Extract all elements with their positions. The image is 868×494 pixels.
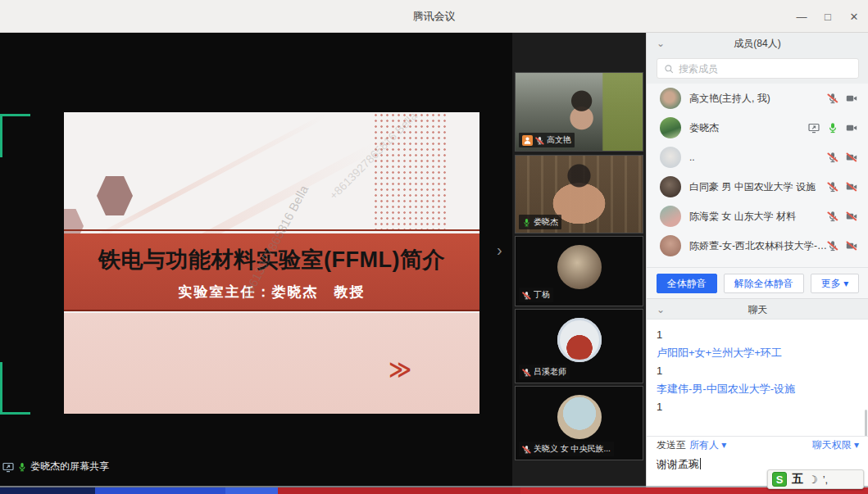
maximize-button[interactable]: □ (822, 11, 834, 23)
ime-mode-toggle[interactable]: 五 (792, 472, 803, 487)
chat-footer: 发送至 所有人 ▾ 聊天权限 ▾ (647, 436, 868, 454)
chat-header: ⌄ 聊天 (647, 298, 868, 320)
video-thumbnail-2[interactable]: 娄晓杰 (515, 155, 643, 233)
more-button[interactable]: 更多 ▾ (811, 274, 859, 293)
video-label: 吕溪老师 (519, 365, 570, 379)
participant-name: 关晓义 女 中央民族... (534, 443, 611, 455)
member-list: 高文艳(主持人, 我) 娄晓杰 .. (647, 84, 868, 267)
avatar (660, 88, 681, 109)
mic-live-icon[interactable] (827, 122, 838, 134)
member-name: 陈海棠 女 山东大学 材料 (689, 210, 827, 224)
taskbar-sliver[interactable] (0, 487, 868, 494)
member-icons (827, 152, 857, 163)
app-title: 腾讯会议 (0, 0, 868, 33)
members-header: ⌄ 成员(84人) (647, 33, 868, 54)
avatar (660, 147, 681, 168)
camera-off-icon[interactable] (846, 240, 857, 252)
mic-muted-icon[interactable] (827, 93, 838, 104)
member-icons (827, 211, 857, 222)
avatar (660, 235, 681, 256)
slide-hexagon-decoration (97, 176, 133, 215)
slide-subtitle: 实验室主任：娄晓杰 教授 (64, 283, 479, 301)
avatar (557, 395, 602, 439)
avatar (660, 176, 681, 197)
share-status-text: 娄晓杰的屏幕共享 (30, 460, 109, 474)
member-name: 白同豪 男 中国农业大学 设施 (689, 180, 827, 194)
member-row[interactable]: 陈娇萱-女-西北农林科技大学-动医 (647, 231, 868, 261)
screen-share-icon (808, 122, 820, 134)
member-action-buttons: 全体静音 解除全体静音 更多 ▾ (647, 267, 868, 298)
avatar (660, 206, 681, 227)
member-row[interactable]: 娄晓杰 (647, 113, 868, 143)
slide-bottom-band (64, 313, 479, 414)
chat-permission-dropdown[interactable]: 聊天权限 ▾ (812, 438, 859, 452)
member-name: .. (689, 152, 827, 163)
video-thumbnail-4[interactable]: 吕溪老师 (515, 309, 643, 383)
video-thumbnail-5[interactable]: 关晓义 女 中央民族... (515, 386, 643, 460)
mic-live-icon (17, 462, 27, 472)
member-search-box[interactable] (657, 58, 859, 79)
chat-header-title: 聊天 (748, 304, 768, 315)
member-row[interactable]: 陈海棠 女 山东大学 材料 (647, 202, 868, 231)
participant-name: 娄晓杰 (534, 216, 558, 228)
camera-off-icon[interactable] (846, 152, 857, 163)
members-collapse-chevron-icon[interactable]: ⌄ (657, 33, 665, 54)
mute-all-button[interactable]: 全体静音 (657, 274, 717, 293)
close-button[interactable]: ✕ (848, 11, 860, 23)
host-badge-icon (522, 135, 533, 146)
member-row[interactable]: 白同豪 男 中国农业大学 设施 (647, 172, 868, 202)
chat-sender-link[interactable]: 李建伟-男-中国农业大学-设施 (657, 380, 859, 398)
ime-punctuation-icon[interactable]: ’, (823, 474, 829, 486)
chat-sender-link[interactable]: 卢阳阳+女+兰州大学+环工 (657, 344, 859, 362)
video-label: 娄晓杰 (519, 215, 561, 229)
shared-screen-area: 铁电与功能材料实验室(FFML)简介 实验室主任：娄晓杰 教授 ≫ +86139… (0, 33, 512, 487)
ime-moon-icon[interactable]: ☽ (808, 474, 818, 486)
share-region-bracket-bottom-left (0, 412, 30, 415)
video-panel-collapse-chevron[interactable]: › (497, 242, 502, 258)
participant-name: 丁杨 (534, 289, 550, 301)
video-label: 高文艳 (519, 133, 575, 147)
mic-muted-icon[interactable] (827, 181, 838, 193)
unmute-all-button[interactable]: 解除全体静音 (724, 274, 804, 293)
video-thumbnail-1[interactable]: 高文艳 (515, 72, 643, 152)
chat-messages: 1 卢阳阳+女+兰州大学+环工 1 李建伟-男-中国农业大学-设施 1 (647, 320, 868, 436)
video-thumbnail-3[interactable]: 丁杨 (515, 236, 643, 306)
ime-logo-icon[interactable]: S (772, 472, 787, 487)
share-region-bracket-bottom-left-v (0, 362, 2, 415)
mic-muted-icon[interactable] (827, 152, 838, 163)
member-row[interactable]: 高文艳(主持人, 我) (647, 84, 868, 113)
camera-on-icon[interactable] (846, 122, 857, 134)
ime-toolbar[interactable]: S 五 ☽ ’, (767, 469, 864, 489)
presentation-slide: 铁电与功能材料实验室(FFML)简介 实验室主任：娄晓杰 教授 ≫ +86139… (64, 112, 479, 414)
mic-muted-icon[interactable] (827, 211, 838, 222)
member-row[interactable]: .. (647, 143, 868, 172)
slide-banner-topline (64, 229, 479, 231)
slide-dot-grid-decoration (373, 112, 448, 233)
participant-name: 吕溪老师 (534, 366, 566, 378)
search-icon (664, 64, 674, 74)
video-thumbnail-column: 高文艳 娄晓杰 丁杨 吕溪老师 (512, 33, 646, 487)
slide-arrow-decoration: ≫ (389, 356, 411, 383)
chat-message: 1 (657, 326, 859, 344)
member-name: 娄晓杰 (689, 121, 808, 135)
send-to-dropdown[interactable]: 所有人 ▾ (689, 438, 726, 452)
camera-off-icon[interactable] (846, 211, 857, 222)
send-to-label: 发送至 (657, 438, 686, 452)
share-monitor-icon (2, 461, 14, 473)
share-region-bracket-top-left-v (0, 114, 2, 157)
side-panel: ⌄ 成员(84人) 高文艳(主持人, 我) 娄晓杰 (646, 33, 868, 487)
minimize-button[interactable]: — (796, 11, 807, 23)
camera-off-icon[interactable] (846, 181, 857, 193)
member-icons (808, 122, 857, 134)
member-icons (827, 240, 857, 252)
mic-muted-icon[interactable] (827, 240, 838, 252)
mic-muted-icon (522, 291, 531, 300)
member-search-input[interactable] (679, 63, 852, 75)
members-header-title: 成员(84人) (734, 38, 780, 49)
video-label: 关晓义 女 中央民族... (519, 442, 614, 456)
chat-collapse-chevron-icon[interactable]: ⌄ (657, 299, 665, 320)
chat-scrollbar[interactable] (865, 410, 867, 436)
member-icons (827, 181, 857, 193)
camera-on-icon[interactable] (846, 93, 857, 104)
member-name: 高文艳(主持人, 我) (689, 92, 827, 106)
